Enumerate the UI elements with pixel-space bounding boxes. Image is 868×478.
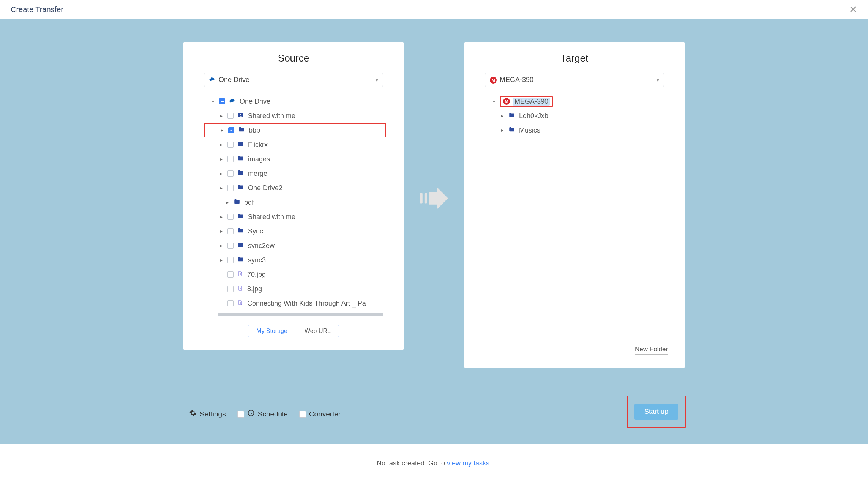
checkbox[interactable] xyxy=(227,228,234,234)
tree-item[interactable]: ▸ Sync xyxy=(204,224,386,238)
expand-icon[interactable]: ▸ xyxy=(219,171,224,176)
source-service-selector[interactable]: One Drive ▾ xyxy=(204,73,383,87)
checkbox[interactable] xyxy=(227,286,234,292)
expand-icon[interactable]: ▸ xyxy=(219,113,224,118)
tree-file[interactable]: 70.jpg xyxy=(204,267,386,282)
checkbox[interactable] xyxy=(237,411,244,418)
tree-label[interactable]: sync3 xyxy=(248,256,386,264)
expand-icon[interactable]: ▸ xyxy=(219,185,224,191)
chevron-down-icon: ▾ xyxy=(657,77,659,83)
tree-root-onedrive[interactable]: ▾ One Drive xyxy=(204,94,386,109)
settings-option[interactable]: Settings xyxy=(189,409,226,419)
folder-icon xyxy=(238,126,245,135)
tree-label[interactable]: One Drive2 xyxy=(248,184,386,192)
target-title: Target xyxy=(477,52,672,64)
tree-root-mega[interactable]: ▾ M MEGA-390 xyxy=(485,94,667,109)
expand-icon[interactable]: ▸ xyxy=(219,229,224,234)
checkbox[interactable] xyxy=(227,113,234,119)
tree-item[interactable]: ▸ merge xyxy=(204,166,386,181)
tree-label[interactable]: Musics xyxy=(519,126,667,134)
tree-label[interactable]: MEGA-390 xyxy=(513,98,550,106)
horizontal-scrollbar[interactable] xyxy=(218,313,383,316)
expand-icon[interactable]: ▸ xyxy=(500,128,505,133)
close-icon[interactable]: ✕ xyxy=(849,4,857,16)
checkbox[interactable] xyxy=(227,156,234,162)
settings-label: Settings xyxy=(200,410,226,418)
tree-label[interactable]: Sync xyxy=(248,227,386,235)
tree-label[interactable]: pdf xyxy=(244,199,386,207)
target-panel: Target M MEGA-390 ▾ ▾ M MEGA-390 ▸ Lqh0 xyxy=(464,42,685,368)
tree-item-shared[interactable]: ▸ Shared with me xyxy=(204,109,386,123)
tab-my-storage[interactable]: My Storage xyxy=(248,325,296,337)
checkbox-partial[interactable] xyxy=(219,98,225,104)
checkbox[interactable] xyxy=(227,257,234,263)
expand-icon[interactable]: ▸ xyxy=(219,214,224,219)
checkbox[interactable] xyxy=(227,214,234,220)
tree-label[interactable]: Lqh0kJxb xyxy=(519,112,667,120)
target-service-selector[interactable]: M MEGA-390 ▾ xyxy=(485,73,664,87)
tree-label[interactable]: images xyxy=(248,155,386,163)
checkbox[interactable] xyxy=(227,142,234,148)
converter-label: Converter xyxy=(309,410,341,418)
folder-icon xyxy=(237,213,244,221)
target-service-label: MEGA-390 xyxy=(500,76,533,84)
svg-rect-3 xyxy=(425,193,427,204)
source-tree[interactable]: ▾ One Drive ▸ Shared with me xyxy=(196,94,391,311)
checkbox[interactable] xyxy=(299,411,306,418)
tree-label[interactable]: merge xyxy=(248,170,386,178)
expand-icon[interactable]: ▸ xyxy=(225,200,230,205)
file-icon xyxy=(237,299,243,308)
footer-text: No task created. Go to xyxy=(377,459,447,467)
folder-icon xyxy=(237,169,244,178)
tree-label[interactable]: Connecting With Kids Through Art _ Pa xyxy=(247,300,386,308)
expand-icon[interactable]: ▸ xyxy=(219,257,224,263)
tree-label[interactable]: Shared with me xyxy=(248,213,386,221)
tree-label[interactable]: 70.jpg xyxy=(247,271,386,279)
collapse-icon[interactable]: ▾ xyxy=(492,99,496,104)
tree-item[interactable]: ▸ Shared with me xyxy=(204,210,386,224)
tree-item[interactable]: ▸ Musics xyxy=(485,123,667,137)
shared-folder-icon xyxy=(237,112,244,120)
converter-option[interactable]: Converter xyxy=(299,410,341,418)
tree-item[interactable]: ▸ images xyxy=(204,152,386,166)
tree-item[interactable]: ▸ Flickrx xyxy=(204,137,386,152)
expand-icon[interactable]: ▸ xyxy=(219,243,224,248)
startup-highlight: Start up xyxy=(627,396,686,428)
collapse-icon[interactable]: ▾ xyxy=(211,99,215,104)
expand-icon[interactable]: ▸ xyxy=(219,142,224,147)
expand-icon[interactable]: ▸ xyxy=(500,113,505,118)
tree-label[interactable]: 8.jpg xyxy=(247,285,386,293)
new-folder-button[interactable]: New Folder xyxy=(635,345,668,355)
tab-web-url[interactable]: Web URL xyxy=(296,325,339,337)
checkbox[interactable] xyxy=(227,185,234,191)
checkbox-checked[interactable]: ✓ xyxy=(228,127,234,133)
tree-item[interactable]: ▸ pdf xyxy=(204,195,386,210)
tree-label[interactable]: One Drive xyxy=(240,98,386,106)
file-icon xyxy=(237,285,243,293)
start-up-button[interactable]: Start up xyxy=(634,404,678,420)
tree-item-bbb[interactable]: ▸ ✓ bbb xyxy=(204,123,386,137)
stage: Source One Drive ▾ ▾ One Drive xyxy=(0,19,868,444)
tree-item[interactable]: ▸ Lqh0kJxb xyxy=(485,109,667,123)
tree-file[interactable]: 8.jpg xyxy=(204,282,386,296)
checkbox[interactable] xyxy=(227,170,234,177)
tree-label[interactable]: sync2ew xyxy=(248,242,386,250)
tree-label[interactable]: bbb xyxy=(249,126,384,134)
folder-icon xyxy=(237,241,244,250)
tree-label[interactable]: Shared with me xyxy=(248,112,386,120)
checkbox[interactable] xyxy=(227,271,234,278)
tree-item[interactable]: ▸ One Drive2 xyxy=(204,181,386,195)
checkbox[interactable] xyxy=(227,243,234,249)
tree-item[interactable]: ▸ sync2ew xyxy=(204,238,386,253)
tree-file[interactable]: Connecting With Kids Through Art _ Pa xyxy=(204,296,386,311)
expand-icon[interactable]: ▸ xyxy=(219,156,224,162)
tree-item[interactable]: ▸ sync3 xyxy=(204,253,386,267)
clock-icon xyxy=(247,409,255,419)
target-tree[interactable]: ▾ M MEGA-390 ▸ Lqh0kJxb ▸ Musics xyxy=(477,94,672,311)
mega-icon: M xyxy=(503,98,510,105)
tree-label[interactable]: Flickrx xyxy=(248,141,386,149)
checkbox[interactable] xyxy=(227,300,234,306)
view-my-tasks-link[interactable]: view my tasks xyxy=(447,459,489,467)
expand-icon[interactable]: ▸ xyxy=(220,128,224,133)
schedule-option[interactable]: Schedule xyxy=(237,409,288,419)
